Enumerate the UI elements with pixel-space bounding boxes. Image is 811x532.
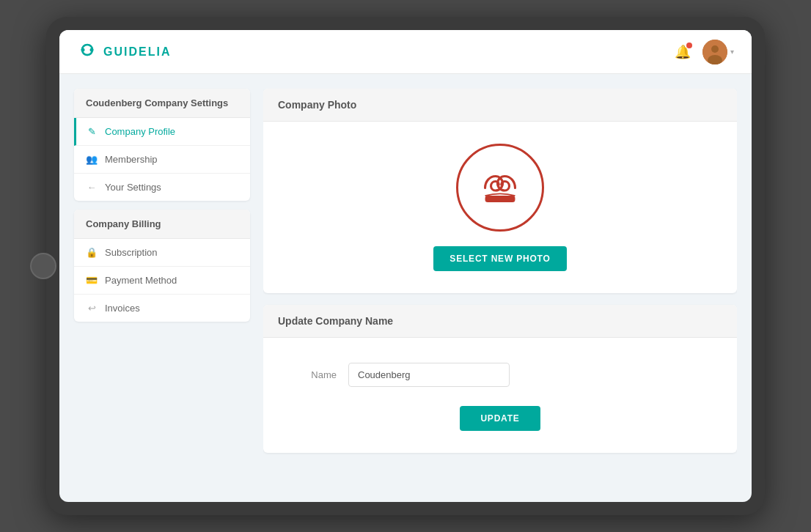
update-button[interactable]: UPDATE: [460, 406, 540, 431]
svg-point-0: [81, 48, 85, 51]
tablet-frame: GUIDELIA 🔔 ▾: [46, 17, 765, 515]
company-photo-card: Company Photo: [263, 89, 737, 293]
sidebar-section-header-billing: Company Billing: [74, 210, 250, 239]
logo-icon: [77, 42, 98, 62]
sidebar-item-invoices[interactable]: ↩ Invoices: [74, 295, 250, 322]
home-button[interactable]: [30, 253, 56, 279]
update-name-card-body: Name UPDATE: [263, 338, 737, 453]
company-photo-card-body: SELECT NEW PHOTO: [263, 122, 737, 293]
sidebar: Coudenberg Company Settings ✎ Company Pr…: [74, 89, 250, 487]
payment-icon: 💳: [86, 275, 98, 286]
sidebar-item-membership[interactable]: 👥 Membership: [74, 146, 250, 174]
edit-icon: ✎: [86, 126, 98, 137]
update-name-card-header: Update Company Name: [263, 305, 737, 338]
tablet-screen: GUIDELIA 🔔 ▾: [59, 30, 752, 502]
navbar: GUIDELIA 🔔 ▾: [59, 30, 752, 74]
notification-bell[interactable]: 🔔: [675, 44, 691, 60]
sidebar-section-header-company: Coudenberg Company Settings: [74, 89, 250, 118]
svg-point-3: [711, 45, 719, 53]
update-company-name-card: Update Company Name Name UPDATE: [263, 305, 737, 453]
company-logo-svg: [471, 162, 529, 213]
name-label: Name: [278, 369, 337, 380]
brand-name: GUIDELIA: [103, 45, 171, 59]
svg-rect-5: [485, 196, 515, 202]
sidebar-section-company-settings: Coudenberg Company Settings ✎ Company Pr…: [74, 89, 250, 201]
sidebar-label-company-profile: Company Profile: [105, 126, 175, 137]
sidebar-item-payment-method[interactable]: 💳 Payment Method: [74, 267, 250, 295]
company-photo-card-header: Company Photo: [263, 89, 737, 122]
avatar: [702, 40, 727, 64]
select-new-photo-button[interactable]: SELECT NEW PHOTO: [433, 246, 566, 271]
user-avatar-menu[interactable]: ▾: [702, 40, 734, 64]
notification-dot: [686, 43, 692, 48]
sidebar-label-membership: Membership: [105, 154, 158, 165]
sidebar-label-your-settings: Your Settings: [105, 182, 161, 193]
sidebar-item-company-profile[interactable]: ✎ Company Profile: [74, 118, 250, 146]
svg-point-1: [90, 48, 94, 51]
logo-area: GUIDELIA: [77, 42, 171, 62]
main-content: Coudenberg Company Settings ✎ Company Pr…: [59, 74, 752, 502]
navbar-right: 🔔 ▾: [675, 40, 734, 64]
name-form-row: Name: [278, 355, 722, 394]
sidebar-section-billing: Company Billing 🔒 Subscription 💳 Payment…: [74, 210, 250, 322]
sidebar-item-subscription[interactable]: 🔒 Subscription: [74, 239, 250, 267]
invoices-icon: ↩: [86, 303, 98, 314]
content-area: Company Photo: [263, 89, 737, 487]
avatar-caret-icon: ▾: [730, 48, 734, 56]
sidebar-label-subscription: Subscription: [105, 247, 158, 258]
company-logo-circle: [456, 144, 544, 232]
sidebar-item-your-settings[interactable]: ← Your Settings: [74, 174, 250, 201]
update-btn-row: UPDATE: [278, 394, 722, 435]
back-arrow-icon: ←: [86, 182, 98, 193]
sidebar-label-invoices: Invoices: [105, 303, 140, 314]
subscription-icon: 🔒: [86, 247, 98, 258]
sidebar-label-payment-method: Payment Method: [105, 275, 177, 286]
company-name-input[interactable]: [348, 363, 510, 387]
membership-icon: 👥: [86, 154, 98, 165]
